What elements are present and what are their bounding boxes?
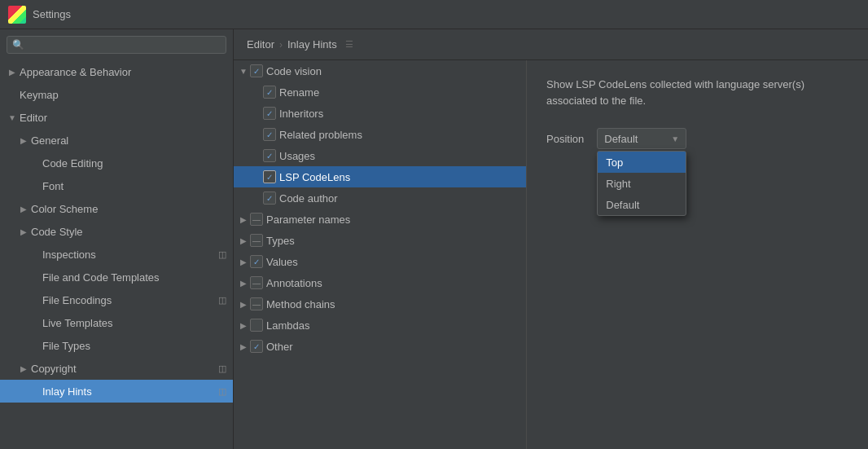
title-bar: Settings — [0, 0, 868, 29]
position-label: Position — [546, 133, 584, 145]
spacer-icon — [29, 157, 41, 169]
sidebar-item-keymap[interactable]: Keymap — [0, 83, 233, 106]
tree-item-lambdas[interactable]: ▶ Lambdas — [234, 315, 526, 336]
checkbox-other[interactable]: ✓ — [250, 340, 263, 353]
sidebar-item-appearance[interactable]: ▶ Appearance & Behavior — [0, 60, 233, 83]
position-dropdown[interactable]: Default ▼ Top Right Default — [597, 128, 686, 149]
tree-item-values[interactable]: ▶ ✓ Values — [234, 251, 526, 272]
spacer-icon — [250, 86, 263, 99]
chevron-right-icon: ▶ — [237, 255, 250, 268]
tree-item-rename[interactable]: ✓ Rename — [234, 81, 526, 103]
sidebar-item-inspections[interactable]: Inspections ◫ — [0, 243, 233, 266]
checkbox-annotations[interactable]: ― — [250, 276, 263, 289]
sidebar-item-label: Code Editing — [42, 157, 103, 169]
tree-item-usages[interactable]: ✓ Usages — [234, 145, 526, 166]
spacer-icon — [29, 249, 41, 260]
checkbox-rename[interactable]: ✓ — [263, 86, 276, 99]
chevron-down-icon: ▼ — [7, 112, 18, 123]
search-input[interactable] — [28, 39, 221, 51]
sidebar-nav: ▶ Appearance & Behavior Keymap ▼ Editor … — [0, 60, 233, 449]
tree-item-annotations[interactable]: ▶ ― Annotations — [234, 272, 526, 293]
checkbox-code-vision[interactable]: ✓ — [250, 64, 263, 77]
tree-item-label: Method chains — [266, 298, 335, 310]
checkbox-lambdas[interactable] — [250, 319, 263, 332]
tree-item-label: Code vision — [266, 65, 322, 77]
spacer-icon — [250, 149, 263, 162]
sidebar-item-live-templates[interactable]: Live Templates — [0, 311, 233, 334]
sidebar-item-file-types[interactable]: File Types — [0, 334, 233, 357]
content-area: Editor › Inlay Hints ☰ ▼ ✓ Code vision ✓… — [234, 29, 868, 449]
tree-item-label: Related problems — [279, 129, 362, 141]
breadcrumb-icon: ☰ — [345, 39, 353, 50]
tree-item-types[interactable]: ▶ ― Types — [234, 230, 526, 251]
sidebar-item-code-editing[interactable]: Code Editing — [0, 152, 233, 174]
position-row: Position Default ▼ Top Right — [546, 128, 848, 149]
sidebar-item-label: Inlay Hints — [42, 385, 92, 398]
dropdown-option-right[interactable]: Right — [598, 173, 686, 194]
tree-item-parameter-names[interactable]: ▶ ― Parameter names — [234, 209, 526, 230]
chevron-right-icon: ▶ — [7, 66, 18, 77]
checkbox-inheritors[interactable]: ✓ — [263, 107, 276, 120]
chevron-right-icon: ▶ — [18, 203, 29, 214]
chevron-right-icon: ▶ — [18, 363, 29, 374]
tree-panel: ▼ ✓ Code vision ✓ Rename ✓ Inheritors — [234, 60, 527, 449]
position-current-value: Default — [604, 133, 638, 145]
spacer-icon — [7, 89, 18, 100]
main-layout: 🔍 ▶ Appearance & Behavior Keymap ▼ Edito… — [0, 29, 868, 449]
chevron-right-icon: ▶ — [18, 134, 29, 146]
spacer-icon — [29, 317, 41, 328]
checkbox-code-author[interactable]: ✓ — [263, 191, 276, 205]
dropdown-option-default[interactable]: Default — [598, 194, 686, 215]
description-text: Show LSP CodeLens collected with languag… — [546, 77, 848, 108]
checkbox-types[interactable]: ― — [250, 234, 263, 247]
spacer-icon — [29, 340, 41, 351]
tree-item-method-chains[interactable]: ▶ ― Method chains — [234, 293, 526, 315]
sidebar-item-file-code-templates[interactable]: File and Code Templates — [0, 266, 233, 288]
spacer-icon — [250, 191, 263, 205]
dropdown-option-label: Default — [606, 199, 639, 211]
sidebar-item-label: Live Templates — [42, 317, 112, 329]
tree-item-code-author[interactable]: ✓ Code author — [234, 187, 526, 209]
spacer-icon — [29, 180, 41, 191]
tree-item-inheritors[interactable]: ✓ Inheritors — [234, 103, 526, 124]
tree-item-other[interactable]: ▶ ✓ Other — [234, 336, 526, 357]
checkbox-usages[interactable]: ✓ — [263, 149, 276, 162]
chevron-right-icon: ▶ — [18, 226, 29, 237]
sidebar-item-inlay-hints[interactable]: Inlay Hints ◫ — [0, 380, 233, 403]
sidebar-item-general[interactable]: ▶ General — [0, 129, 233, 152]
checkbox-method-chains[interactable]: ― — [250, 297, 263, 310]
checkbox-lsp-codelens[interactable]: ✓ — [263, 170, 276, 183]
dropdown-popup: Top Right Default — [597, 151, 686, 216]
spacer-icon — [29, 294, 41, 306]
sidebar-item-label: File Types — [42, 340, 90, 352]
tree-item-code-vision[interactable]: ▼ ✓ Code vision — [234, 60, 526, 81]
sidebar-item-file-encodings[interactable]: File Encodings ◫ — [0, 288, 233, 311]
sidebar-item-color-scheme[interactable]: ▶ Color Scheme — [0, 197, 233, 220]
dropdown-option-label: Top — [606, 156, 623, 169]
breadcrumb-separator: › — [279, 39, 283, 51]
tree-item-label: Usages — [279, 150, 315, 162]
sidebar-item-font[interactable]: Font — [0, 174, 233, 197]
sidebar-item-code-style[interactable]: ▶ Code Style — [0, 220, 233, 243]
tree-item-label: Annotations — [266, 277, 322, 289]
tree-item-related-problems[interactable]: ✓ Related problems — [234, 124, 526, 145]
spacer-icon — [250, 107, 263, 120]
sidebar-item-label: Editor — [20, 112, 47, 124]
tree-item-lsp-codelens[interactable]: ✓ LSP CodeLens — [234, 166, 526, 187]
checkbox-related-problems[interactable]: ✓ — [263, 128, 276, 141]
sidebar-item-copyright[interactable]: ▶ Copyright ◫ — [0, 357, 233, 380]
search-box[interactable]: 🔍 — [7, 36, 226, 54]
sidebar-item-editor[interactable]: ▼ Editor — [0, 106, 233, 129]
chevron-right-icon: ▶ — [237, 319, 250, 332]
sidebar-item-label: File Encodings — [42, 294, 112, 306]
spacer-icon — [29, 385, 41, 397]
checkbox-parameter-names[interactable]: ― — [250, 213, 263, 226]
tree-item-label: Inheritors — [279, 108, 323, 120]
tree-item-label: Rename — [279, 86, 319, 99]
chevron-right-icon: ▶ — [237, 276, 250, 289]
checkbox-values[interactable]: ✓ — [250, 255, 263, 268]
sidebar-item-label: Keymap — [20, 89, 59, 101]
dropdown-option-top[interactable]: Top — [598, 152, 686, 173]
position-select-button[interactable]: Default ▼ — [597, 128, 686, 149]
chevron-right-icon: ▶ — [237, 213, 250, 226]
